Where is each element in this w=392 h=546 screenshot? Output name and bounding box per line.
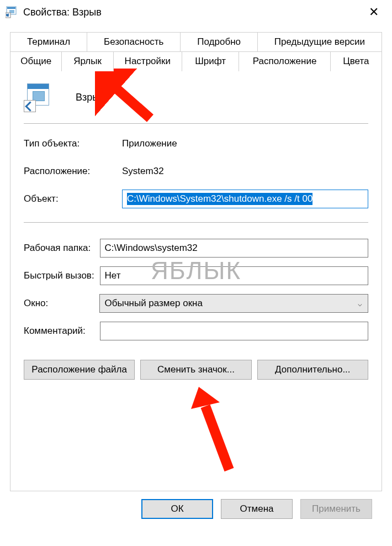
open-file-location-button[interactable]: Расположение файла <box>24 360 135 380</box>
separator <box>24 222 368 223</box>
annotation-arrow-tab <box>95 69 161 129</box>
shortcut-icon <box>24 83 51 111</box>
tab-strip: Терминал Безопасность Подробно Предыдущи… <box>10 32 382 71</box>
change-icon-button[interactable]: Сменить значок... <box>140 360 251 380</box>
chevron-down-icon: ⌵ <box>358 300 362 308</box>
ok-button[interactable]: ОК <box>141 499 213 519</box>
target-input-text: C:\Windows\System32\shutdown.exe /s /t 0… <box>127 193 312 205</box>
window-title: Свойства: Взрыв <box>23 7 363 18</box>
run-combobox[interactable]: Обычный размер окна ⌵ <box>99 294 368 313</box>
tab-security[interactable]: Безопасность <box>87 32 181 52</box>
advanced-button[interactable]: Дополнительно... <box>257 360 368 380</box>
type-value: Приложение <box>122 138 368 149</box>
run-label: Окно: <box>24 298 99 309</box>
svg-line-8 <box>205 406 229 470</box>
type-label: Тип объекта: <box>24 138 122 149</box>
tab-general[interactable]: Общие <box>10 52 62 71</box>
startin-label: Рабочая папка: <box>24 243 100 254</box>
location-value: System32 <box>122 166 368 177</box>
close-icon[interactable]: ✕ <box>363 3 384 22</box>
tab-shortcut[interactable]: Ярлык <box>62 52 113 71</box>
target-label: Объект: <box>24 193 122 204</box>
run-combobox-value: Обычный размер окна <box>104 298 202 309</box>
cancel-button[interactable]: Отмена <box>221 499 293 519</box>
annotation-arrow-change-icon <box>188 387 248 475</box>
comment-input[interactable] <box>100 322 368 340</box>
svg-rect-1 <box>7 7 15 9</box>
dialog-footer: ОК Отмена Применить <box>10 491 382 527</box>
tab-terminal[interactable]: Терминал <box>10 32 87 52</box>
apply-button[interactable]: Применить <box>300 499 372 519</box>
tab-details[interactable]: Подробно <box>181 32 258 52</box>
tab-font[interactable]: Шрифт <box>182 52 240 71</box>
hotkey-label: Быстрый вызов: <box>24 270 100 281</box>
hotkey-input[interactable] <box>100 266 368 285</box>
svg-marker-9 <box>191 387 220 409</box>
startin-input[interactable] <box>100 239 368 258</box>
target-input[interactable]: C:\Windows\System32\shutdown.exe /s /t 0… <box>122 190 368 208</box>
location-label: Расположение: <box>24 166 122 177</box>
comment-label: Комментарий: <box>24 326 100 337</box>
tab-previous-versions[interactable]: Предыдущие версии <box>258 32 382 52</box>
tab-colors[interactable]: Цвета <box>331 52 382 71</box>
window-icon <box>6 6 18 18</box>
title-bar: Свойства: Взрыв ✕ <box>0 0 392 24</box>
tab-layout[interactable]: Расположение <box>239 52 330 71</box>
